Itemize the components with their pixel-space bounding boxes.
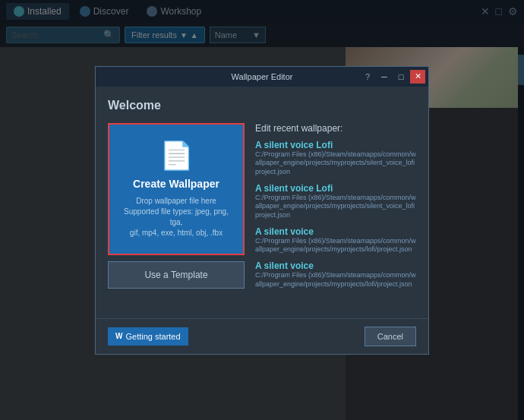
main-area: Wallpaper Editor ? ─ □ ✕ Welcome 📄 Cre <box>0 47 524 420</box>
recent-column: Edit recent wallpaper: A silent voice Lo… <box>255 123 416 306</box>
modal-body: Welcome 📄 Create Wallpaper Drop wallpape… <box>96 87 428 318</box>
create-file-icon: 📄 <box>159 140 194 172</box>
use-template-button[interactable]: Use a Template <box>108 261 245 289</box>
modal-close-button[interactable]: ✕ <box>410 70 425 84</box>
cancel-button[interactable]: Cancel <box>365 327 416 346</box>
list-item[interactable]: A silent voice C:/Program Files (x86)/St… <box>255 226 416 254</box>
modal-welcome-heading: Welcome <box>108 99 416 112</box>
create-column: 📄 Create Wallpaper Drop wallpaper file h… <box>108 123 245 306</box>
getting-started-button[interactable]: W Getting started <box>108 327 188 346</box>
modal-maximize-button[interactable]: □ <box>393 70 409 84</box>
list-item[interactable]: A silent voice Lofi C:/Program Files (x8… <box>255 140 416 177</box>
modal-minimize-button[interactable]: ─ <box>377 70 392 84</box>
list-item[interactable]: A silent voice Lofi C:/Program Files (x8… <box>255 183 416 220</box>
create-wallpaper-box[interactable]: 📄 Create Wallpaper Drop wallpaper file h… <box>108 123 245 255</box>
recent-item-name: A silent voice Lofi <box>255 140 416 150</box>
create-wallpaper-description: Drop wallpaper file hereSupported file t… <box>120 196 232 238</box>
recent-item-name: A silent voice <box>255 226 416 237</box>
modal-title: Wallpaper Editor <box>232 72 293 81</box>
modal-footer: W Getting started Cancel <box>96 318 428 354</box>
modal-help-button[interactable]: ? <box>360 70 375 84</box>
recent-item-name: A silent voice Lofi <box>255 183 416 194</box>
create-wallpaper-title: Create Wallpaper <box>133 178 219 190</box>
recent-item-path: C:/Program Files (x86)/Steam/steamapps/c… <box>255 194 416 220</box>
getting-started-label: Getting started <box>125 332 180 341</box>
modal-titlebar: Wallpaper Editor ? ─ □ ✕ <box>96 67 428 87</box>
wallpaper-editor-modal: Wallpaper Editor ? ─ □ ✕ Welcome 📄 Cre <box>95 66 429 355</box>
recent-item-name: A silent voice <box>255 261 416 271</box>
recent-item-path: C:/Program Files (x86)/Steam/steamapps/c… <box>255 150 416 177</box>
recent-title: Edit recent wallpaper: <box>255 123 416 134</box>
modal-controls: ? ─ □ ✕ <box>360 70 425 84</box>
list-item[interactable]: A silent voice C:/Program Files (x86)/St… <box>255 261 416 289</box>
modal-columns: 📄 Create Wallpaper Drop wallpaper file h… <box>108 123 416 306</box>
modal-overlay: Wallpaper Editor ? ─ □ ✕ Welcome 📄 Cre <box>0 0 524 420</box>
w-logo-icon: W <box>115 332 122 340</box>
recent-item-path: C:/Program Files (x86)/Steam/steamapps/c… <box>255 271 416 289</box>
recent-item-path: C:/Program Files (x86)/Steam/steamapps/c… <box>255 237 416 254</box>
